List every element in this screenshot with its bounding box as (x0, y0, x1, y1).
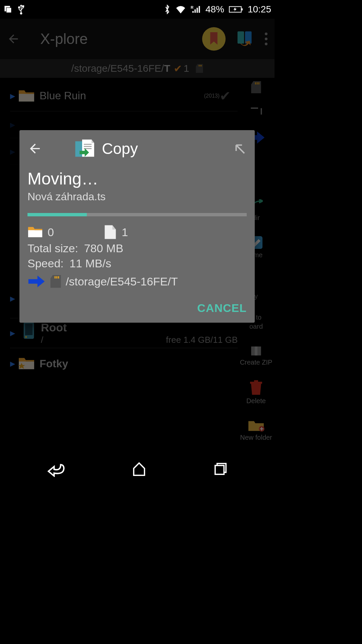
svg-rect-33 (84, 146, 92, 147)
svg-rect-12 (242, 8, 243, 10)
sd-card-icon (50, 275, 61, 288)
svg-point-5 (20, 13, 22, 14)
speed-label: Speed: (27, 257, 64, 270)
svg-rect-35 (56, 276, 57, 278)
svg-text:R: R (191, 5, 193, 9)
right-arrow-icon (27, 274, 46, 289)
nav-back-icon[interactable] (47, 461, 65, 477)
file-icon (104, 224, 117, 240)
svg-rect-32 (84, 144, 92, 145)
svg-point-3 (18, 7, 20, 8)
nav-recent-icon[interactable] (213, 462, 228, 476)
usb-icon (17, 4, 25, 14)
copy-dialog: Copy Moving… Nová záhrada.ts 0 1 Total s… (19, 130, 255, 323)
svg-rect-36 (58, 276, 59, 278)
total-size-label: Total size: (27, 242, 78, 255)
cancel-button[interactable]: CANCEL (197, 302, 247, 315)
dialog-collapse-icon[interactable] (233, 142, 247, 156)
nav-bar (0, 449, 275, 488)
recent-apps-icon (3, 5, 13, 14)
dialog-title: Copy (102, 140, 138, 158)
wifi-icon (175, 5, 186, 14)
battery-percent: 48% (205, 4, 224, 15)
bluetooth-icon (164, 4, 171, 14)
svg-rect-9 (196, 8, 198, 13)
svg-rect-10 (199, 6, 200, 13)
progress-fill (27, 213, 87, 216)
dest-path: /storage/E545-16FE/T (66, 275, 178, 288)
nav-home-icon[interactable] (132, 462, 146, 476)
dialog-status: Moving… (27, 169, 247, 189)
dialog-filename: Nová záhrada.ts (27, 191, 247, 203)
dialog-back-icon[interactable] (27, 141, 42, 156)
progress-bar (27, 213, 247, 216)
speed-value: 11 MB/s (69, 257, 111, 270)
svg-rect-7 (192, 11, 194, 13)
svg-rect-37 (55, 276, 56, 278)
svg-rect-38 (215, 466, 224, 474)
battery-charging-icon (229, 5, 243, 13)
folder-icon (27, 226, 43, 238)
file-count: 1 (122, 226, 128, 239)
clock: 10:25 (248, 4, 271, 15)
svg-rect-2 (6, 8, 11, 12)
signal-icon: R (191, 5, 201, 14)
folder-count: 0 (48, 226, 54, 239)
status-bar: R 48% 10:25 (0, 0, 275, 19)
svg-rect-4 (22, 6, 24, 7)
svg-rect-8 (194, 9, 196, 13)
total-size-value: 780 MB (84, 242, 123, 255)
copy-file-icon (74, 139, 96, 159)
